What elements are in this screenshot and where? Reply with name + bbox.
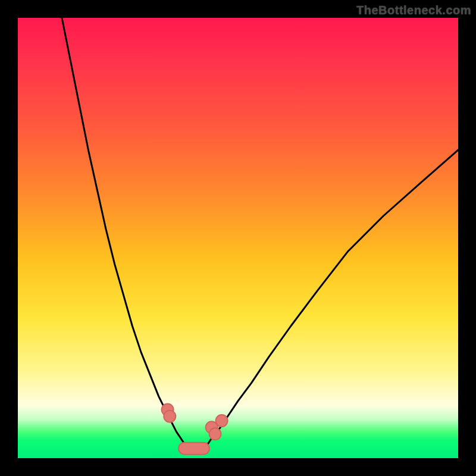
plot-area <box>18 18 458 458</box>
watermark-text: TheBottleneck.com <box>356 4 471 17</box>
outer-canvas: TheBottleneck.com <box>0 0 476 476</box>
valley-pill <box>178 443 209 455</box>
chart-svg <box>18 18 458 458</box>
curve-left-branch <box>62 18 185 445</box>
marker-dot-3 <box>209 428 221 440</box>
marker-dot-1 <box>164 411 176 422</box>
marker-dot-4 <box>216 415 228 427</box>
curve-right-branch <box>207 150 458 445</box>
